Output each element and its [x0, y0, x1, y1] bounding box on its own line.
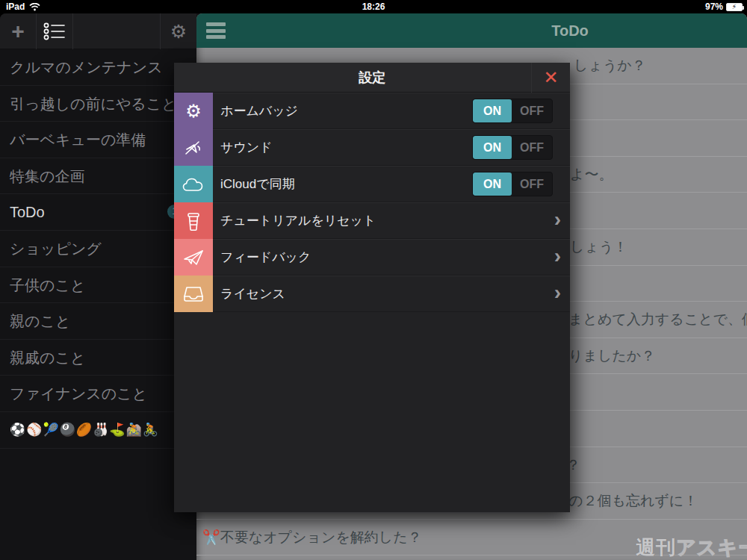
icloud-sync-toggle[interactable]: ON OFF: [472, 172, 553, 196]
gear-icon: ⚙: [174, 93, 213, 129]
plus-icon: +: [11, 20, 25, 43]
sidebar-item[interactable]: ファイナンスのこと: [0, 376, 196, 412]
sound-toggle[interactable]: ON OFF: [472, 135, 553, 160]
cloud-icon: [174, 166, 213, 202]
sidebar-item[interactable]: 特集の企画: [0, 158, 196, 195]
paper-plane-icon: [174, 239, 213, 276]
settings-row-sound: サウンド ON OFF: [174, 129, 570, 166]
list-view-button[interactable]: [37, 13, 72, 49]
home-badge-toggle[interactable]: ON OFF: [472, 99, 553, 123]
add-list-button[interactable]: +: [0, 13, 36, 49]
chevron-right-icon: ›: [554, 239, 561, 276]
gear-icon: ⚙: [170, 22, 187, 41]
sidebar-item[interactable]: 引っ越しの前にやること: [0, 86, 196, 122]
modal-title: 設定: [174, 63, 570, 93]
list-icon: [43, 22, 66, 41]
main-header: ToDo: [196, 13, 747, 48]
status-bar: iPad 18:26 97% ⚡: [0, 0, 747, 13]
settings-row-license[interactable]: ライセンス ›: [174, 276, 570, 312]
battery-icon: ⚡: [726, 3, 743, 11]
license-box-icon: [174, 276, 213, 312]
sidebar: + ⚙ クルマのメンテナンス 引っ越しの前にやること: [0, 13, 196, 560]
settings-modal: 設定 ✕ ⚙ ホームバッジ ON OFF: [174, 63, 570, 512]
sidebar-item-todo[interactable]: ToDo1: [0, 194, 196, 231]
settings-button[interactable]: ⚙: [161, 13, 196, 49]
settings-row-feedback[interactable]: フィードバック ›: [174, 239, 570, 276]
close-icon: ✕: [543, 67, 558, 87]
sidebar-item[interactable]: クルマのメンテナンス: [0, 49, 196, 86]
settings-row-reset-tutorial[interactable]: チュートリアルをリセット ›: [174, 202, 570, 239]
battery-percent: 97%: [705, 1, 723, 12]
sidebar-list: クルマのメンテナンス 引っ越しの前にやること バーベキューの準備 特集の企画 T…: [0, 49, 196, 449]
toolbar-divider: [72, 13, 73, 49]
sidebar-item[interactable]: ショッピング: [0, 231, 196, 267]
sidebar-toolbar: + ⚙: [0, 13, 196, 49]
chevron-right-icon: ›: [554, 276, 561, 312]
app-window: + ⚙ クルマのメンテナンス 引っ越しの前にやること: [0, 13, 747, 560]
settings-row-icloud: iCloudで同期 ON OFF: [174, 166, 570, 202]
sidebar-item[interactable]: 親のこと: [0, 303, 196, 340]
screen: iPad 18:26 97% ⚡ +: [0, 0, 747, 560]
sidebar-item[interactable]: 親戚のこと: [0, 340, 196, 376]
settings-row-home-badge: ⚙ ホームバッジ ON OFF: [174, 93, 570, 129]
chevron-right-icon: ›: [554, 202, 561, 239]
sidebar-item[interactable]: 子供のこと: [0, 267, 196, 304]
clock: 18:26: [0, 1, 747, 12]
modal-header: 設定 ✕: [174, 63, 570, 93]
coffee-cup-icon: [174, 202, 213, 239]
watermark: 週刊アスキー: [636, 535, 747, 560]
page-title: ToDo: [196, 13, 747, 48]
sound-icon: [174, 129, 213, 166]
sidebar-item[interactable]: バーベキューの準備: [0, 122, 196, 158]
close-button[interactable]: ✕: [531, 63, 570, 93]
sidebar-item-emoji[interactable]: ⚽⚾🎾🎱🏉🎳⛳🚵🚴: [0, 412, 196, 449]
